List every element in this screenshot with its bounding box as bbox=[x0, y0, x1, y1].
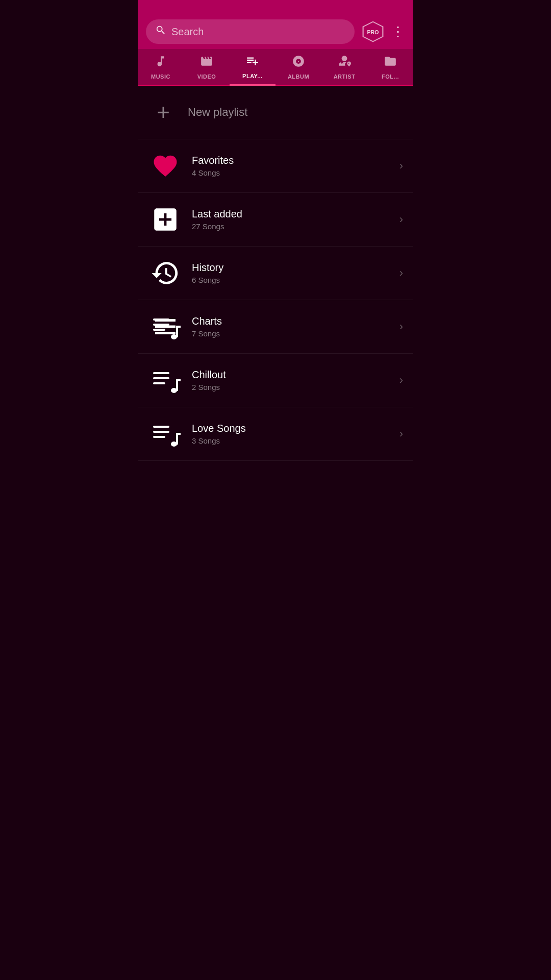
charts-chevron: › bbox=[399, 320, 403, 333]
svg-rect-13 bbox=[176, 379, 181, 381]
charts-info: Charts 7 Songs bbox=[192, 315, 399, 338]
charts-name: Charts bbox=[192, 315, 399, 327]
love-songs-name: Love Songs bbox=[192, 423, 399, 434]
history-name: History bbox=[192, 262, 399, 274]
last-added-chevron: › bbox=[399, 213, 403, 226]
charts-icon bbox=[148, 309, 183, 344]
svg-rect-9 bbox=[153, 377, 169, 379]
svg-rect-14 bbox=[153, 426, 169, 428]
svg-rect-4 bbox=[153, 329, 165, 331]
top-right-icons: PRO ⋮ bbox=[362, 20, 405, 43]
last-added-icon bbox=[148, 202, 183, 237]
tab-playlist-label: PLAY... bbox=[242, 73, 263, 79]
favorites-count: 4 Songs bbox=[192, 168, 399, 177]
svg-rect-15 bbox=[153, 431, 169, 433]
tab-artist-label: ARTIST bbox=[334, 74, 356, 80]
more-menu-icon[interactable]: ⋮ bbox=[391, 24, 405, 40]
svg-rect-7 bbox=[176, 326, 181, 328]
tab-artist[interactable]: ARTIST bbox=[321, 50, 367, 85]
chillout-chevron: › bbox=[399, 374, 403, 387]
tab-bar: MUSIC VIDEO PLAY... ALBUM bbox=[138, 49, 413, 86]
tab-music-label: MUSIC bbox=[151, 74, 170, 80]
love-songs-info: Love Songs 3 Songs bbox=[192, 423, 399, 445]
status-bar bbox=[138, 0, 413, 14]
chillout-count: 2 Songs bbox=[192, 383, 399, 391]
chillout-icon bbox=[148, 363, 183, 398]
search-placeholder: Search bbox=[171, 26, 204, 38]
love-songs-chevron: › bbox=[399, 427, 403, 440]
svg-rect-3 bbox=[153, 324, 169, 326]
pro-badge[interactable]: PRO bbox=[362, 20, 384, 43]
svg-text:PRO: PRO bbox=[367, 29, 379, 35]
folder-icon bbox=[384, 55, 397, 71]
history-chevron: › bbox=[399, 266, 403, 280]
favorites-info: Favorites 4 Songs bbox=[192, 155, 399, 177]
svg-rect-8 bbox=[153, 372, 169, 374]
last-added-name: Last added bbox=[192, 208, 399, 220]
content-area: + New playlist Favorites 4 Songs › Last … bbox=[138, 86, 413, 461]
list-item[interactable]: Chillout 2 Songs › bbox=[138, 354, 413, 407]
tab-folder[interactable]: FOL... bbox=[367, 50, 413, 85]
new-playlist-label: New playlist bbox=[188, 106, 247, 119]
search-icon bbox=[155, 24, 166, 39]
tab-folder-label: FOL... bbox=[382, 74, 399, 80]
search-box[interactable]: Search bbox=[146, 19, 355, 44]
tab-music[interactable]: MUSIC bbox=[138, 50, 184, 85]
chillout-info: Chillout 2 Songs bbox=[192, 369, 399, 391]
plus-icon: + bbox=[148, 97, 179, 128]
tab-video-label: VIDEO bbox=[197, 74, 216, 80]
svg-rect-10 bbox=[153, 382, 165, 384]
favorites-chevron: › bbox=[399, 159, 403, 173]
love-songs-icon bbox=[148, 416, 183, 451]
tab-album[interactable]: ALBUM bbox=[276, 50, 321, 85]
last-added-info: Last added 27 Songs bbox=[192, 208, 399, 231]
list-item[interactable]: History 6 Songs › bbox=[138, 247, 413, 300]
playlist-icon bbox=[246, 54, 259, 71]
svg-rect-2 bbox=[153, 318, 169, 321]
tab-album-label: ALBUM bbox=[288, 74, 309, 80]
list-item[interactable]: Favorites 4 Songs › bbox=[138, 139, 413, 193]
tab-video[interactable]: VIDEO bbox=[184, 50, 230, 85]
svg-rect-19 bbox=[176, 433, 181, 435]
top-bar: Search PRO ⋮ bbox=[138, 14, 413, 49]
love-songs-count: 3 Songs bbox=[192, 436, 399, 445]
history-count: 6 Songs bbox=[192, 276, 399, 284]
favorites-name: Favorites bbox=[192, 155, 399, 166]
favorites-icon bbox=[148, 149, 183, 183]
music-icon bbox=[154, 55, 167, 71]
new-playlist-button[interactable]: + New playlist bbox=[138, 86, 413, 139]
history-icon bbox=[148, 256, 183, 290]
video-icon bbox=[200, 55, 213, 71]
list-item[interactable]: Charts 7 Songs › bbox=[138, 300, 413, 354]
charts-count: 7 Songs bbox=[192, 329, 399, 338]
album-icon bbox=[292, 55, 305, 71]
chillout-name: Chillout bbox=[192, 369, 399, 381]
svg-rect-16 bbox=[153, 436, 165, 438]
list-item[interactable]: Last added 27 Songs › bbox=[138, 193, 413, 247]
artist-icon bbox=[338, 55, 351, 71]
history-info: History 6 Songs bbox=[192, 262, 399, 284]
last-added-count: 27 Songs bbox=[192, 222, 399, 231]
tab-playlist[interactable]: PLAY... bbox=[230, 49, 276, 86]
list-item[interactable]: Love Songs 3 Songs › bbox=[138, 407, 413, 461]
